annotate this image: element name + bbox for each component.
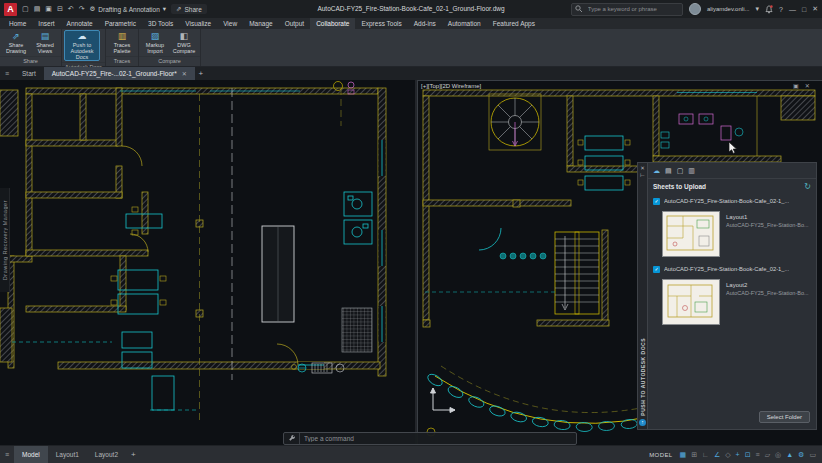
checkbox-checked-icon[interactable]: ✓ — [653, 266, 660, 273]
markup-import-button[interactable]: ▨ Markup Import — [141, 30, 169, 55]
tab-insert[interactable]: Insert — [32, 18, 60, 29]
layout1-tab[interactable]: Layout1 — [48, 446, 87, 463]
panel-close-icon[interactable]: ✕ — [640, 165, 645, 172]
command-line[interactable] — [283, 432, 577, 445]
folder-icon[interactable]: ▤ — [665, 167, 672, 175]
minimize-button[interactable]: — — [789, 6, 796, 13]
upload-cloud-icon[interactable]: ☁ — [653, 167, 660, 175]
tab-featured-apps[interactable]: Featured Apps — [487, 18, 541, 29]
tab-visualize[interactable]: Visualize — [179, 18, 217, 29]
drawing-recovery-manager-palette[interactable]: Drawing Recovery Manager — [0, 188, 10, 292]
push-to-autodesk-docs-button[interactable]: ☁ Push to Autodesk Docs — [64, 30, 100, 61]
layout1-thumbnail[interactable] — [662, 211, 720, 257]
list-view-icon[interactable]: ▥ — [688, 167, 695, 175]
notifications-bell-icon[interactable] — [765, 5, 773, 14]
file-tabs-menu-icon[interactable]: ≡ — [0, 67, 14, 80]
model-space-badge[interactable]: MODEL — [649, 452, 672, 458]
object-snap-icon[interactable]: ⊡ — [745, 446, 751, 463]
tab-home[interactable]: Home — [3, 18, 32, 29]
panel-autohide-icon[interactable]: ⊢ — [640, 172, 645, 179]
panel-title-row: Sheets to Upload ↻ — [648, 179, 816, 193]
tab-annotate[interactable]: Annotate — [61, 18, 99, 29]
refresh-icon[interactable]: ↻ — [804, 182, 811, 191]
lineweight-display-icon[interactable]: ≡ — [756, 446, 760, 463]
workspace-switching-icon[interactable]: ⚙ — [798, 446, 804, 463]
isometric-drafting-icon[interactable]: ◇ — [725, 446, 730, 463]
share-drawing-button[interactable]: ⇗ Share Drawing — [2, 30, 30, 55]
layout2-thumbnail[interactable] — [662, 279, 720, 325]
viewport-controls-label[interactable]: [+][Top][2D Wireframe] — [421, 83, 481, 89]
command-customize-wrench-icon[interactable] — [284, 433, 300, 444]
group-label-traces[interactable]: Traces — [106, 56, 138, 66]
polar-tracking-icon[interactable]: ∠ — [714, 446, 720, 463]
shared-views-button[interactable]: ▤ Shared Views — [31, 30, 59, 55]
layout2-thumbnail-row[interactable]: Layout2 AutoCAD-FY25_Fire-Station-Bo... — [648, 277, 816, 325]
workspace-switcher[interactable]: ⚙ Drafting & Annotation ▾ — [90, 5, 167, 13]
object-snap-tracking-icon[interactable]: + — [736, 446, 740, 463]
user-name[interactable]: aliyamdev.onli... — [707, 6, 750, 12]
save-file-icon[interactable]: ▣ — [45, 5, 52, 13]
tab-3d-tools[interactable]: 3D Tools — [142, 18, 179, 29]
push-docs-label: Push to Autodesk Docs — [65, 42, 99, 60]
group-label-compare[interactable]: Compare — [139, 56, 200, 66]
plot-icon[interactable]: ⊟ — [57, 5, 63, 13]
tab-collaborate[interactable]: Collaborate — [310, 18, 355, 29]
snap-mode-icon[interactable]: ⊞ — [691, 446, 697, 463]
tab-add-ins[interactable]: Add-ins — [408, 18, 442, 29]
share-label: Share — [184, 6, 201, 13]
dwg-compare-button[interactable]: ◧ DWG Compare — [170, 30, 198, 55]
redo-icon[interactable]: ↷ — [79, 5, 85, 13]
ribbon-tab-bar: Home Insert Annotate Parametric 3D Tools… — [0, 18, 822, 29]
new-drawing-tab-button[interactable]: + — [195, 67, 207, 80]
user-avatar[interactable] — [689, 3, 701, 15]
undo-icon[interactable]: ↶ — [68, 5, 74, 13]
sheet-item-row[interactable]: ✓ AutoCAD-FY25_Fire-Station-Book-Cafe_02… — [648, 195, 816, 207]
clean-screen-icon[interactable]: ▭ — [809, 446, 816, 463]
checkbox-checked-icon[interactable]: ✓ — [653, 198, 660, 205]
traces-palette-label: Traces Palette — [108, 42, 136, 54]
traces-palette-button[interactable]: ▥ Traces Palette — [108, 30, 136, 55]
maximize-button[interactable]: □ — [802, 6, 806, 13]
traces-palette-icon: ▥ — [118, 31, 127, 42]
group-label-share[interactable]: Share — [0, 56, 61, 66]
share-button[interactable]: ⇗ Share — [171, 4, 207, 14]
window-restore-icon[interactable]: ▣ — [793, 82, 799, 89]
close-button[interactable]: ✕ — [812, 5, 818, 13]
search-input[interactable] — [586, 5, 679, 13]
tab-active-document[interactable]: AutoCAD-FY25_Fire-...02-1_Ground-Floor* … — [44, 67, 195, 80]
tab-express-tools[interactable]: Express Tools — [355, 18, 407, 29]
close-tab-icon[interactable]: ✕ — [182, 70, 187, 77]
annotation-scale-icon[interactable]: ▲ — [786, 446, 793, 463]
panel-title-strip[interactable]: ✕ ⊢ PUSH TO AUTODESK DOCS ↑ — [637, 162, 647, 430]
select-folder-button[interactable]: Select Folder — [759, 411, 810, 423]
help-icon[interactable]: ? — [779, 6, 783, 13]
open-file-icon[interactable]: ▤ — [34, 5, 41, 13]
add-layout-button[interactable]: + — [126, 450, 141, 459]
layout2-desc: AutoCAD-FY25_Fire-Station-Bo... — [726, 290, 809, 297]
search-box[interactable] — [571, 3, 683, 16]
user-menu-caret-icon[interactable]: ▾ — [755, 5, 759, 13]
layout-tabs-menu-icon[interactable]: ≡ — [0, 451, 14, 458]
tab-start[interactable]: Start — [14, 67, 44, 80]
command-input[interactable] — [300, 435, 576, 442]
window-close-icon[interactable]: ✕ — [805, 82, 810, 89]
ortho-mode-icon[interactable]: ∟ — [702, 446, 709, 463]
new-file-icon[interactable]: ▢ — [22, 5, 29, 13]
drawing-recovery-manager-label: Drawing Recovery Manager — [2, 200, 8, 280]
tab-view[interactable]: View — [217, 18, 243, 29]
selection-cycling-icon[interactable]: ◎ — [775, 446, 781, 463]
search-icon — [575, 5, 583, 13]
sheet-icon[interactable]: ▢ — [677, 167, 684, 175]
tab-automation[interactable]: Automation — [442, 18, 487, 29]
tab-output[interactable]: Output — [279, 18, 311, 29]
transparency-icon[interactable]: ▱ — [765, 446, 770, 463]
tab-parametric[interactable]: Parametric — [99, 18, 142, 29]
tab-manage[interactable]: Manage — [243, 18, 279, 29]
layout2-tab[interactable]: Layout2 — [87, 446, 126, 463]
model-tab[interactable]: Model — [14, 446, 48, 463]
layout1-thumbnail-row[interactable]: Layout1 AutoCAD-FY25_Fire-Station-Bo... — [648, 209, 816, 257]
autocad-logo-icon[interactable]: A — [4, 3, 17, 16]
grid-display-icon[interactable]: ▦ — [680, 446, 687, 463]
viewport-left-canvas[interactable] — [0, 80, 417, 445]
sheet-item-row[interactable]: ✓ AutoCAD-FY25_Fire-Station-Book-Cafe_02… — [648, 263, 816, 275]
